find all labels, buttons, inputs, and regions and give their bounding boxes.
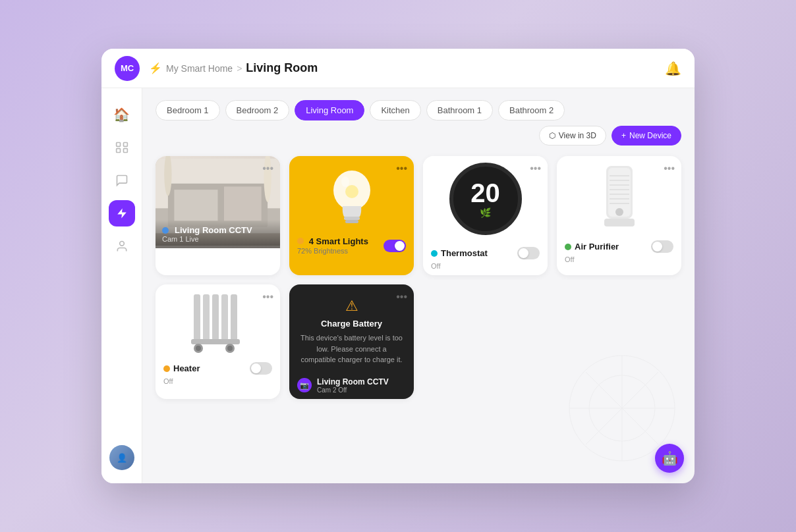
view-3d-button[interactable]: ⬡ View in 3D	[539, 126, 606, 146]
device-card-lights[interactable]: •••	[289, 156, 414, 275]
tab-actions: ⬡ View in 3D + New Device	[539, 126, 681, 146]
ai-icon: 🤖	[662, 450, 678, 466]
svg-rect-16	[344, 217, 360, 220]
lights-footer: 4 Smart Lights 72% Brightness	[289, 231, 414, 260]
tab-bedroom2[interactable]: Bedroom 2	[225, 100, 290, 120]
thermostat-status: Off	[423, 262, 548, 275]
tab-bedroom1[interactable]: Bedroom 1	[156, 100, 220, 120]
card-menu-cctv1[interactable]: •••	[262, 163, 273, 174]
svg-rect-2	[116, 149, 120, 153]
thermostat-toggle[interactable]	[517, 247, 540, 259]
lights-name: 4 Smart Lights	[297, 236, 368, 246]
purifier-toggle[interactable]	[651, 240, 673, 253]
lights-toggle[interactable]	[384, 240, 406, 252]
sidebar-item-devices[interactable]	[109, 134, 135, 161]
purifier-footer: Air Purifier	[557, 235, 681, 255]
purifier-name: Air Purifier	[565, 242, 619, 252]
svg-rect-34	[221, 294, 228, 340]
svg-point-39	[196, 346, 201, 351]
cctv2-info: Living Room CCTV Cam 2 Off	[317, 377, 389, 394]
cctv1-overlay: Living Room CCTV Cam 1 Live	[156, 220, 280, 248]
new-device-button[interactable]: + New Device	[611, 126, 681, 146]
thermostat-circle: 20 🌿	[449, 163, 522, 235]
breadcrumb-separator: >	[237, 63, 242, 74]
header: MC ⚡ My Smart Home > Living Room 🔔	[101, 49, 695, 88]
device-card-heater[interactable]: •••	[156, 284, 280, 399]
cube-3d-icon: ⬡	[549, 131, 555, 140]
purifier-status: Off	[557, 255, 681, 269]
tab-bathroom1[interactable]: Bathroom 1	[426, 100, 493, 120]
thermostat-dot	[431, 250, 438, 257]
device-card-thermostat[interactable]: ••• 20 🌿 Thermostat	[423, 156, 548, 275]
device-card-purifier[interactable]: •••	[557, 156, 681, 275]
tab-kitchen[interactable]: Kitchen	[370, 100, 420, 120]
sidebar-item-messages[interactable]	[109, 167, 135, 194]
svg-rect-1	[123, 143, 127, 147]
svg-rect-10	[174, 190, 217, 221]
purifier-dot	[565, 244, 571, 250]
heater-name: Heater	[163, 363, 200, 373]
battery-warning-desc: This device's battery level is too low. …	[298, 332, 405, 365]
card-menu-cctv2[interactable]: •••	[396, 291, 407, 303]
card-menu-lights[interactable]: •••	[396, 163, 407, 174]
lights-dot	[297, 238, 304, 244]
svg-point-5	[119, 242, 124, 246]
cctv1-image: Living Room CCTV Cam 1 Live	[156, 156, 280, 248]
svg-point-29	[615, 208, 623, 216]
thermostat-name: Thermostat	[431, 248, 488, 258]
tab-bathroom2[interactable]: Bathroom 2	[498, 100, 565, 120]
header-bolt-icon: ⚡	[149, 62, 162, 74]
card-menu-purifier[interactable]: •••	[664, 163, 675, 174]
cctv2-footer: 📷 Living Room CCTV Cam 2 Off	[289, 372, 414, 399]
heater-status: Off	[156, 377, 280, 390]
heater-footer: Heater	[156, 357, 280, 377]
device-card-cctv1[interactable]: Living Room CCTV Cam 1 Live •••	[156, 156, 280, 275]
status-dot	[162, 227, 169, 234]
thermostat-leaf-icon: 🌿	[480, 207, 491, 218]
cctv2-name: Living Room CCTV	[317, 377, 389, 386]
battery-warning-title: Charge Battery	[321, 319, 382, 329]
sidebar-item-energy[interactable]	[109, 200, 135, 226]
card-menu-thermostat[interactable]: •••	[530, 163, 541, 174]
svg-marker-4	[117, 209, 127, 219]
sidebar-bottom: 👤	[109, 445, 134, 470]
battery-warning-area: ⚠ Charge Battery This device's battery l…	[289, 284, 414, 372]
sidebar-item-profile[interactable]	[109, 233, 135, 259]
cctv1-subtitle: Cam 1 Live	[162, 235, 252, 243]
heater-dot	[163, 365, 170, 372]
toggle-knob	[519, 248, 528, 258]
svg-rect-35	[231, 294, 237, 340]
thermostat-image-area: 20 🌿	[423, 156, 548, 242]
thermostat-temperature: 20	[470, 180, 500, 206]
svg-point-18	[341, 176, 349, 187]
svg-rect-36	[191, 339, 240, 344]
sidebar: 🏠	[101, 88, 142, 483]
heater-toggle[interactable]	[250, 362, 272, 375]
heater-image-area	[156, 284, 280, 357]
thermostat-footer: Thermostat	[423, 242, 548, 262]
card-menu-heater[interactable]: •••	[262, 291, 273, 303]
svg-rect-32	[203, 294, 210, 340]
plus-icon: +	[621, 131, 626, 140]
lights-image-area	[289, 156, 414, 231]
svg-rect-3	[123, 149, 127, 153]
svg-point-40	[227, 346, 233, 351]
svg-rect-0	[116, 143, 120, 147]
lights-brightness: 72% Brightness	[297, 247, 368, 255]
toggle-knob	[251, 363, 261, 373]
svg-point-19	[345, 185, 358, 198]
device-card-cctv2[interactable]: ••• ⚠ Charge Battery This device's batte…	[289, 284, 414, 399]
user-avatar[interactable]: 👤	[109, 445, 134, 470]
app-name-label: My Smart Home	[166, 63, 233, 74]
tab-living-room[interactable]: Living Room	[295, 100, 364, 120]
purifier-image-area	[557, 156, 681, 235]
cctv2-subtitle: Cam 2 Off	[317, 386, 389, 394]
logo-avatar: MC	[115, 56, 140, 81]
main-content: Bedroom 1 Bedroom 2 Living Room Kitchen …	[142, 88, 695, 483]
cctv1-title: Living Room CCTV	[162, 225, 252, 235]
ai-assistant-button[interactable]: 🤖	[655, 444, 684, 473]
sidebar-item-home[interactable]: 🏠	[109, 101, 135, 128]
svg-rect-11	[224, 186, 262, 221]
notification-bell-icon[interactable]: 🔔	[665, 61, 681, 76]
battery-warning-icon: ⚠	[345, 298, 358, 315]
